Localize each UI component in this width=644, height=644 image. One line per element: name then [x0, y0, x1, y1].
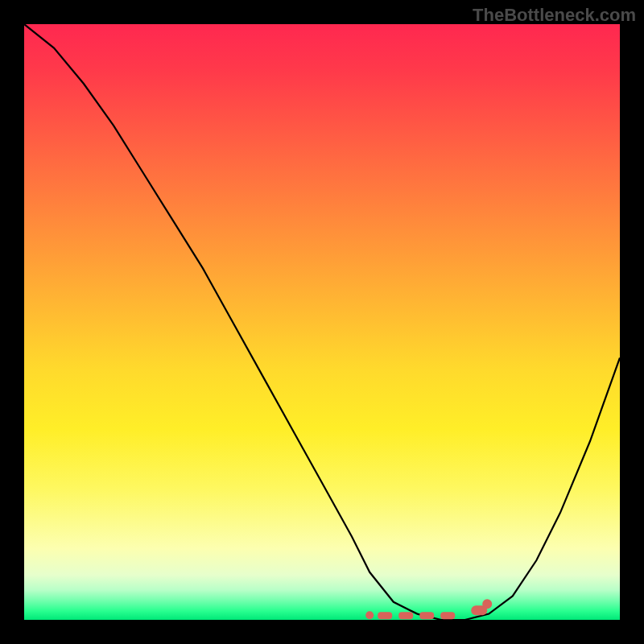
chart-plot-area [24, 24, 620, 620]
svg-rect-4 [440, 612, 455, 619]
bottleneck-curve-line [24, 24, 620, 620]
svg-point-0 [365, 611, 374, 619]
watermark-text: TheBottleneck.com [473, 5, 636, 26]
svg-rect-3 [419, 612, 434, 619]
svg-rect-2 [398, 612, 413, 619]
optimal-range-markers [365, 599, 492, 619]
svg-point-6 [482, 599, 492, 609]
bottleneck-chart-svg [24, 24, 620, 620]
svg-rect-1 [378, 612, 392, 619]
